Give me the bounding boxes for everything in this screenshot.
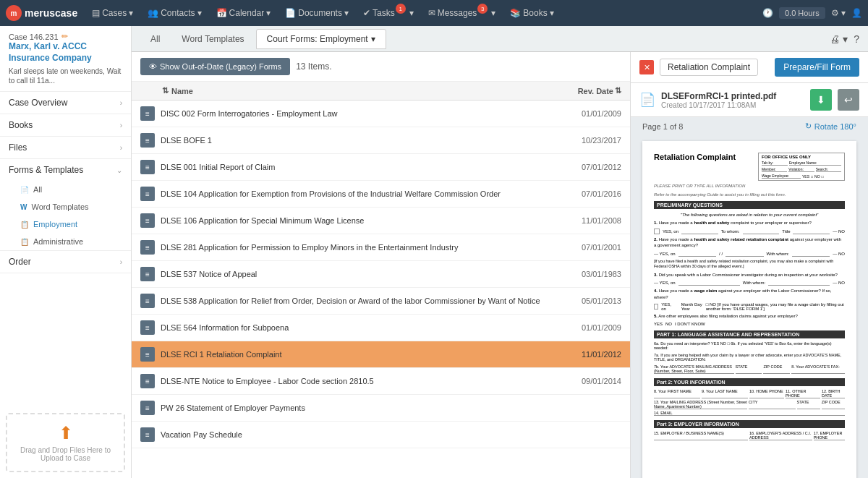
case-title[interactable]: Marx, Karl v. ACCC Insurance Company (9, 41, 122, 64)
row-date: 09/01/2014 (556, 377, 621, 385)
sidebar-sub-item-word-templates[interactable]: W Word Templates (0, 198, 131, 215)
sidebar-item-case-overview[interactable]: Case Overview › (0, 92, 131, 114)
row-menu-button[interactable]: ≡ (140, 427, 155, 442)
row-date: 07/01/2016 (556, 189, 621, 198)
row-menu-button[interactable]: ≡ (140, 267, 155, 281)
nav-tasks[interactable]: ✔ Tasks 1 ▾ (357, 5, 420, 21)
table-row[interactable]: ≡DLSE-NTE Notice to Employee - Labor Cod… (132, 368, 630, 395)
upload-area[interactable]: ⬆ Drag and Drop Files Here to Upload to … (6, 413, 125, 472)
case-number: Case 146.231 ✏ (9, 32, 122, 41)
table-row[interactable]: ≡DISC 002 Form Interrogatories - Employm… (132, 101, 630, 127)
books-chevron-icon: ▾ (550, 8, 554, 18)
row-menu-button[interactable]: ≡ (140, 160, 155, 174)
sidebar-sub-item-administrative[interactable]: 📋 Administrative (0, 233, 131, 250)
table-row[interactable]: ≡DLSE 001 Initial Report of Claim07/01/2… (132, 154, 630, 181)
tab-all[interactable]: All (140, 30, 170, 48)
calendar-icon: 📅 (216, 8, 227, 18)
print-icon[interactable]: 🖨 ▾ (830, 33, 848, 45)
row-menu-button[interactable]: ≡ (140, 187, 155, 201)
complaint-tab[interactable]: Retaliation Complaint (660, 59, 758, 76)
nav-calendar[interactable]: 📅 Calendar ▾ (210, 5, 277, 21)
table-row[interactable]: ≡DLSE 106 Application for Special Minimu… (132, 208, 630, 234)
documents-icon: 📄 (285, 8, 296, 18)
pdf-name: DLSEFormRCI-1 printed.pdf (661, 91, 804, 101)
sidebar-sub-item-employment[interactable]: 📋 Employment (0, 215, 131, 233)
tab-word-templates[interactable]: Word Templates (171, 30, 254, 48)
table-row[interactable]: ≡DLSE 281 Application for Permission to … (132, 234, 630, 261)
tab-court-forms-employment[interactable]: Court Forms: Employment ▾ (256, 29, 386, 49)
row-date: 05/01/2013 (556, 296, 621, 305)
sidebar-sub-item-all[interactable]: 📄 All (0, 181, 131, 198)
edit-case-icon[interactable]: ✏ (61, 32, 68, 41)
nav-cases[interactable]: ▤ Cases ▾ (86, 5, 139, 21)
calendar-chevron-icon: ▾ (266, 8, 271, 18)
prepare-fill-button[interactable]: Prepare/Fill Form (775, 58, 859, 77)
download-button[interactable]: ⬇ (810, 89, 832, 111)
close-tab-button[interactable]: ✕ (639, 60, 654, 74)
pdf-preview: Retaliation Complaint FOR OFFICE USE ONL… (631, 135, 868, 478)
logo-text: meruscase (25, 7, 77, 19)
sidebar-item-forms-templates[interactable]: Forms & Templates ⌄ (0, 159, 131, 181)
row-name: DLSE 281 Application for Permission to E… (161, 243, 556, 252)
row-menu-button[interactable]: ≡ (140, 240, 155, 255)
row-date: 01/01/2009 (556, 323, 621, 332)
table-row[interactable]: ≡Vacation Pay Schedule (132, 422, 630, 448)
pdf-answer-4: YES, on Month Day Year □ NO [If you have… (654, 302, 845, 311)
sidebar-item-files[interactable]: Files › (0, 137, 131, 158)
show-legacy-button[interactable]: 👁 Show Out-of-Date (Legacy) Forms (140, 58, 290, 75)
sidebar-item-books[interactable]: Books › (0, 114, 131, 136)
user-icon[interactable]: 👤 (851, 8, 862, 18)
row-menu-button[interactable]: ≡ (140, 320, 155, 335)
pdf-section-language: PART 1: LANGUAGE ASSISTANCE AND REPRESEN… (654, 330, 845, 338)
nav-documents[interactable]: 📄 Documents ▾ (279, 5, 354, 21)
table-row[interactable]: ≡DLSE 104 Application for Exemption from… (132, 181, 630, 208)
row-menu-button[interactable]: ≡ (140, 133, 155, 148)
nav-books[interactable]: 📚 Books ▾ (504, 5, 559, 21)
col-date-header[interactable]: Rev. Date ⇅ (556, 86, 621, 95)
table-row[interactable]: ≡DLSE RCI 1 Retaliation Complaint11/01/2… (132, 341, 630, 368)
forms-table: ⇅ Name Rev. Date ⇅ ≡DISC 002 Form Interr… (132, 82, 630, 478)
sidebar-section-forms-templates: Forms & Templates ⌄ 📄 All W Word Templat… (0, 159, 131, 251)
sidebar-item-order[interactable]: Order › (0, 251, 131, 273)
pdf-question-1: 1. Have you made a health and safety com… (654, 220, 845, 226)
rotate-button[interactable]: ↻ Rotate 180° (805, 121, 856, 131)
row-menu-button[interactable]: ≡ (140, 374, 155, 388)
row-date: 01/01/2009 (556, 109, 621, 118)
row-name: PW 26 Statement of Employer Payments (161, 404, 556, 412)
administrative-icon: 📋 (20, 238, 29, 246)
row-name: DLSE 564 Information for Subpoena (161, 323, 556, 332)
row-menu-button[interactable]: ≡ (140, 294, 155, 308)
row-name: DLSE BOFE 1 (161, 136, 556, 145)
items-count: 13 Items. (296, 61, 331, 72)
table-row[interactable]: ≡DLSE 538 Application for Relief from Or… (132, 288, 630, 315)
contacts-icon: 👥 (148, 8, 158, 18)
logo[interactable]: m meruscase (6, 5, 77, 21)
sidebar: Case 146.231 ✏ Marx, Karl v. ACCC Insura… (0, 26, 132, 478)
nav-messages[interactable]: ✉ Messages 3 ▾ (422, 5, 502, 21)
row-menu-button[interactable]: ≡ (140, 213, 155, 228)
pdf-question-4: 4. Have you made a wage claim against yo… (654, 288, 845, 300)
row-menu-button[interactable]: ≡ (140, 347, 155, 362)
cases-icon: ▤ (92, 8, 100, 18)
share-button[interactable]: ↩ (838, 89, 859, 111)
left-panel-toolbar: 👁 Show Out-of-Date (Legacy) Forms 13 Ite… (132, 52, 630, 82)
settings-icon[interactable]: ⚙ ▾ (831, 8, 846, 18)
tab-dropdown-icon: ▾ (371, 34, 375, 44)
table-row[interactable]: ≡PW 26 Statement of Employer Payments (132, 395, 630, 422)
table-row[interactable]: ≡DLSE 537 Notice of Appeal03/01/1983 (132, 261, 630, 288)
pdf-info: DLSEFormRCI-1 printed.pdf Created 10/17/… (661, 91, 804, 109)
help-icon[interactable]: ? (854, 33, 859, 45)
pdf-office-box: FOR OFFICE USE ONLY Tab by: Employee Nam… (758, 153, 845, 181)
row-name: DLSE 001 Initial Report of Claim (161, 163, 556, 171)
pdf-answer-3: — YES, on With whom: — NO (654, 280, 845, 286)
row-menu-button[interactable]: ≡ (140, 106, 155, 121)
row-menu-button[interactable]: ≡ (140, 401, 155, 415)
case-header: Case 146.231 ✏ Marx, Karl v. ACCC Insura… (0, 26, 131, 92)
table-row[interactable]: ≡DLSE BOFE 110/23/2017 (132, 127, 630, 154)
order-chevron-icon: › (120, 258, 122, 266)
hours-badge: 0.0 Hours (779, 7, 825, 19)
pdf-question-5: 5. Are other employees also filing retal… (654, 313, 845, 319)
table-row[interactable]: ≡DLSE 564 Information for Subpoena01/01/… (132, 315, 630, 341)
col-name-header[interactable]: ⇅ Name (162, 86, 556, 95)
nav-contacts[interactable]: 👥 Contacts ▾ (142, 5, 207, 21)
